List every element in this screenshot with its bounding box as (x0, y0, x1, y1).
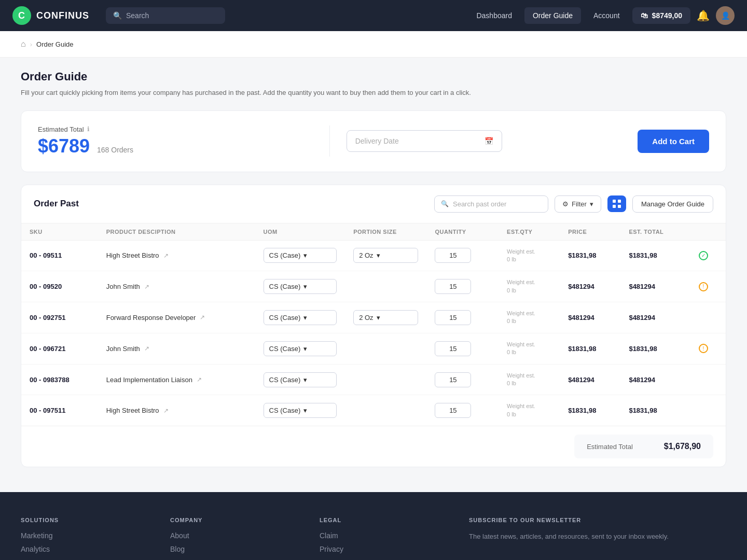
cell-product: Forward Response Developer ↗ (98, 302, 255, 333)
cell-portion[interactable] (345, 395, 426, 426)
external-link-icon[interactable]: ↗ (144, 283, 149, 290)
avatar[interactable]: 👤 (716, 6, 735, 25)
uom-select[interactable]: CS (Case) ▾ (264, 403, 337, 418)
cell-price: $1831,98 (560, 395, 620, 426)
chevron-down-icon: ▾ (303, 376, 307, 384)
table-row: 00 - 0983788 Lead Implementation Liaison… (21, 364, 726, 395)
external-link-icon[interactable]: ↗ (144, 345, 149, 352)
footer-newsletter-title: SUBSCRIBE TO OUR NEWSLETTER (469, 517, 726, 523)
col-quantity: QUANTITY (426, 223, 499, 241)
search-past-input[interactable] (453, 200, 542, 208)
uom-select[interactable]: CS (Case) ▾ (264, 248, 337, 263)
cell-product: High Street Bistro ↗ (98, 395, 255, 426)
portion-select[interactable]: 2 Oz ▾ (353, 248, 418, 263)
footer-link-blog[interactable]: Blog (170, 545, 299, 553)
cell-product: John Smith ↗ (98, 271, 255, 302)
search-icon: 🔍 (113, 11, 122, 20)
cell-portion[interactable]: 2 Oz ▾ (345, 240, 426, 271)
nav-account[interactable]: Account (585, 7, 628, 24)
cell-uom[interactable]: CS (Case) ▾ (255, 333, 345, 364)
cell-quantity[interactable] (426, 333, 499, 364)
cell-quantity[interactable] (426, 302, 499, 333)
bell-icon[interactable]: 🔔 (695, 7, 712, 24)
delivery-date-field[interactable]: Delivery Date 📅 (347, 130, 502, 152)
cell-quantity[interactable] (426, 395, 499, 426)
cell-quantity[interactable] (426, 364, 499, 395)
external-link-icon[interactable]: ↗ (200, 314, 205, 321)
table-row: 00 - 09511 High Street Bistro ↗ CS (Case… (21, 240, 726, 271)
chevron-down-icon: ▾ (303, 407, 307, 414)
quantity-input[interactable] (435, 279, 471, 294)
uom-select[interactable]: CS (Case) ▾ (264, 310, 337, 325)
home-icon[interactable]: ⌂ (21, 39, 26, 49)
quantity-input[interactable] (435, 372, 471, 387)
page-title: Order Guide (21, 70, 726, 83)
grid-toggle-button[interactable] (607, 195, 626, 212)
footer-link-about[interactable]: About (170, 531, 299, 540)
order-table: SKU PRODUCT DESCIPTION UOM PORTION SIZE … (21, 223, 726, 426)
manage-order-guide-button[interactable]: Manage Order Guide (632, 195, 713, 213)
svg-rect-1 (618, 200, 621, 203)
chevron-down-icon: ▾ (303, 283, 307, 290)
cell-quantity[interactable] (426, 240, 499, 271)
estimated-total-footer: Estimated Total $1,678,90 (574, 435, 713, 458)
external-link-icon[interactable]: ↗ (197, 376, 202, 383)
nav-dashboard[interactable]: Dashboard (468, 7, 520, 24)
cell-sku: 00 - 096721 (21, 333, 98, 364)
table-row: 00 - 096721 John Smith ↗ CS (Case) ▾ Wei (21, 333, 726, 364)
uom-select[interactable]: CS (Case) ▾ (264, 279, 337, 294)
portion-select[interactable]: 2 Oz ▾ (353, 310, 418, 325)
cell-est-total: $481294 (620, 271, 690, 302)
order-past-card: Order Past 🔍 ⚙ Filter ▾ Manage Order Gui… (21, 185, 726, 468)
cell-portion[interactable] (345, 364, 426, 395)
search-bar[interactable]: 🔍 (106, 7, 225, 24)
cell-sku: 00 - 092751 (21, 302, 98, 333)
col-sku: SKU (21, 223, 98, 241)
nav-balance[interactable]: 🛍 $8749,00 (632, 7, 690, 24)
table-row: 00 - 097511 High Street Bistro ↗ CS (Cas… (21, 395, 726, 426)
logo[interactable]: C CONFINUS (12, 6, 89, 25)
quantity-input[interactable] (435, 310, 471, 325)
quantity-input[interactable] (435, 341, 471, 356)
footer-newsletter-text: The latest news, articles, and resources… (469, 531, 726, 542)
nav-order-guide[interactable]: Order Guide (524, 7, 581, 24)
nav-links: Dashboard Order Guide Account 🛍 $8749,00… (468, 6, 735, 25)
calendar-icon: 📅 (485, 137, 493, 145)
cell-portion[interactable] (345, 271, 426, 302)
cell-price: $481294 (560, 271, 620, 302)
footer-label: Estimated Total (587, 443, 633, 451)
summary-card: Estimated Total ℹ $6789 168 Orders Deliv… (21, 110, 726, 172)
cell-status: ! (690, 333, 726, 364)
cell-uom[interactable]: CS (Case) ▾ (255, 395, 345, 426)
quantity-input[interactable] (435, 403, 471, 418)
cell-uom[interactable]: CS (Case) ▾ (255, 364, 345, 395)
cell-portion[interactable] (345, 333, 426, 364)
search-input[interactable] (126, 11, 218, 20)
cell-uom[interactable]: CS (Case) ▾ (255, 240, 345, 271)
footer-link-claim[interactable]: Claim (320, 531, 448, 540)
footer-link-privacy[interactable]: Privacy (320, 545, 448, 553)
cell-product: John Smith ↗ (98, 333, 255, 364)
external-link-icon[interactable]: ↗ (163, 407, 169, 414)
uom-select[interactable]: CS (Case) ▾ (264, 372, 337, 387)
cell-estqty: Weight est. 0 lb (499, 364, 560, 395)
cell-sku: 00 - 0983788 (21, 364, 98, 395)
chevron-down-icon: ▾ (303, 314, 307, 321)
uom-select[interactable]: CS (Case) ▾ (264, 341, 337, 356)
cell-estqty: Weight est. 0 lb (499, 271, 560, 302)
footer-link-marketing[interactable]: Marketing (21, 531, 149, 540)
cell-quantity[interactable] (426, 271, 499, 302)
cell-status (690, 364, 726, 395)
search-past-wrap[interactable]: 🔍 (434, 195, 548, 213)
quantity-input[interactable] (435, 248, 471, 263)
cell-uom[interactable]: CS (Case) ▾ (255, 271, 345, 302)
footer-solutions-title: SOLUTIONS (21, 517, 149, 523)
add-to-cart-button[interactable]: Add to Cart (638, 130, 709, 153)
cell-uom[interactable]: CS (Case) ▾ (255, 302, 345, 333)
filter-button[interactable]: ⚙ Filter ▾ (555, 195, 601, 213)
filter-icon: ⚙ (562, 200, 569, 208)
external-link-icon[interactable]: ↗ (163, 252, 169, 259)
cell-portion[interactable]: 2 Oz ▾ (345, 302, 426, 333)
bag-icon: 🛍 (641, 11, 648, 20)
footer-link-analytics[interactable]: Analytics (21, 545, 149, 553)
